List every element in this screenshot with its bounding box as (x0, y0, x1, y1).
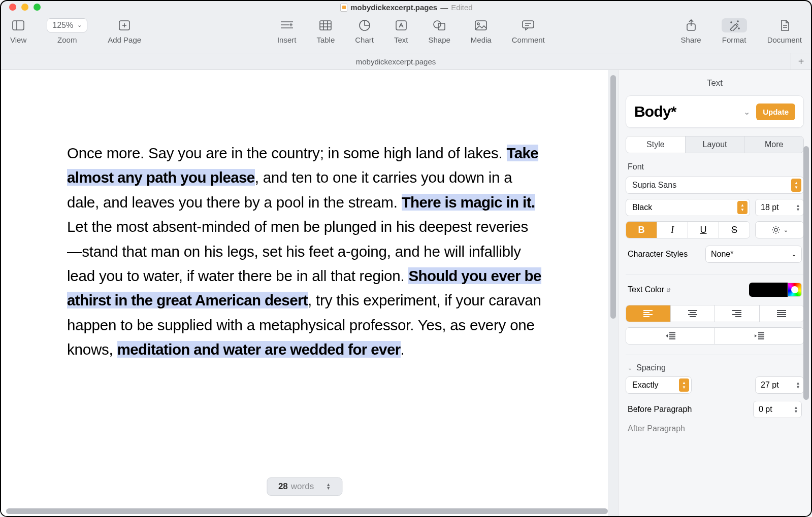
vertical-scrollbar[interactable] (610, 75, 616, 319)
window-controls (9, 4, 41, 11)
document-tab[interactable]: mobydickexcerpt.pages (1, 53, 791, 70)
horizontal-scrollbar[interactable] (6, 508, 608, 514)
page[interactable]: Once more. Say you are in the country; i… (1, 70, 608, 516)
stepper-icon[interactable]: ▲▼ (737, 201, 748, 214)
inspector-title: Text (619, 70, 811, 95)
color-swatch[interactable] (749, 283, 788, 297)
text-color-control[interactable] (749, 283, 802, 297)
format-button[interactable]: Format (722, 18, 747, 44)
increase-indent-button[interactable] (715, 328, 803, 344)
toolbar-center: Insert Table Chart Text Shape Media (277, 18, 545, 44)
align-right-button[interactable] (715, 305, 760, 322)
word-count-label: words (291, 481, 314, 492)
svg-rect-21 (523, 21, 534, 28)
svg-point-30 (774, 228, 777, 231)
tab-more[interactable]: More (744, 136, 803, 153)
shape-button[interactable]: Shape (428, 18, 450, 44)
strikethrough-toggle[interactable]: S (719, 222, 750, 238)
align-left-button[interactable] (626, 305, 671, 322)
minimize-window-button[interactable] (21, 4, 28, 11)
comment-button[interactable]: Comment (512, 18, 545, 44)
align-justify-button[interactable] (760, 305, 804, 322)
fullscreen-window-button[interactable] (34, 4, 41, 11)
paragraph-style-card[interactable]: Body* ⌄ Update (626, 95, 804, 128)
word-count-value: 28 (278, 481, 288, 492)
svg-point-20 (477, 23, 479, 25)
toolbar-right: Share Format Document (681, 18, 802, 44)
inspector-scrollbar[interactable] (803, 146, 809, 400)
format-icon (722, 18, 747, 32)
svg-rect-16 (396, 21, 406, 30)
text-button[interactable]: Text (394, 18, 408, 44)
table-icon (319, 18, 332, 32)
character-style-select[interactable]: None* ⌄ (705, 246, 802, 263)
bold-highlight-run: There is magic in it. (402, 194, 535, 211)
stepper-icon[interactable]: ▲▼ (792, 405, 800, 413)
add-page-button[interactable]: Add Page (108, 18, 141, 44)
stepper-icon[interactable]: ▲▼ (794, 203, 802, 212)
chart-button[interactable]: Chart (355, 18, 374, 44)
document-button[interactable]: Document (767, 18, 802, 44)
zoom-control[interactable]: 125%⌄ Zoom (47, 18, 87, 44)
word-count-pill[interactable]: 28 words ▲▼ (267, 477, 342, 496)
before-paragraph-label: Before Paragraph (628, 405, 692, 414)
title-separator: — (440, 3, 448, 12)
chevron-down-icon: ⌄ (784, 227, 788, 233)
chevron-down-icon: ⌄ (792, 251, 796, 258)
tab-style[interactable]: Style (626, 136, 686, 153)
toolbar-left: View 125%⌄ Zoom Add Page (10, 18, 141, 44)
insert-button[interactable]: Insert (277, 18, 297, 44)
svg-marker-51 (666, 334, 668, 337)
text-style-group: B I U S (626, 221, 750, 238)
table-button[interactable]: Table (316, 18, 335, 44)
chart-icon (359, 18, 370, 32)
tab-layout[interactable]: Layout (686, 136, 745, 153)
svg-point-26 (737, 21, 738, 22)
font-weight-select[interactable]: Black ▲▼ (626, 199, 750, 216)
italic-toggle[interactable]: I (657, 222, 688, 238)
bold-highlight-run: meditation and water are wedded for ever (117, 341, 401, 358)
stepper-icon[interactable]: ▲▼ (679, 378, 689, 392)
text-run: . (401, 341, 405, 358)
spacing-disclosure[interactable]: ⌄ Spacing (628, 363, 802, 372)
bold-toggle[interactable]: B (626, 222, 657, 238)
view-button[interactable]: View (10, 18, 26, 44)
line-spacing-value[interactable]: 27 pt ▲▼ (755, 376, 804, 394)
update-style-button[interactable]: Update (756, 104, 795, 120)
font-family-select[interactable]: Supria Sans ▲▼ (626, 177, 804, 194)
textbox-icon (396, 18, 407, 32)
workspace: Once more. Say you are in the country; i… (1, 70, 811, 516)
chevron-down-icon: ⌄ (628, 365, 632, 371)
indent-group (626, 327, 804, 344)
inspector-tabs: Style Layout More (626, 136, 804, 153)
chevron-down-icon[interactable]: ⌄ (743, 107, 750, 117)
font-size-field[interactable]: 18 pt ▲▼ (755, 199, 804, 216)
stepper-icon[interactable]: ▲▼ (794, 381, 802, 389)
canvas: Once more. Say you are in the country; i… (1, 70, 618, 516)
align-center-button[interactable] (671, 305, 716, 322)
updown-icon: ▲▼ (326, 483, 331, 490)
underline-toggle[interactable]: U (688, 222, 719, 238)
font-section-label: Font (628, 162, 802, 171)
alignment-group (626, 305, 804, 322)
svg-rect-17 (438, 23, 445, 30)
close-window-button[interactable] (9, 4, 16, 11)
svg-point-18 (434, 21, 441, 28)
share-button[interactable]: Share (681, 18, 701, 44)
svg-point-27 (738, 28, 739, 29)
color-wheel-icon[interactable] (788, 283, 802, 297)
zoom-select[interactable]: 125%⌄ (47, 18, 87, 32)
format-inspector: Text Body* ⌄ Update Style Layout More Fo… (618, 70, 811, 516)
stepper-icon[interactable]: ▲▼ (791, 179, 801, 192)
before-paragraph-value[interactable]: 0 pt ▲▼ (753, 401, 802, 418)
advanced-font-button[interactable]: ⌄ (755, 221, 804, 238)
new-tab-button[interactable]: + (791, 53, 811, 70)
window-title: mobydickexcerpt.pages — Edited (46, 3, 767, 12)
document-body[interactable]: Once more. Say you are in the country; i… (1, 70, 608, 382)
decrease-indent-button[interactable] (626, 328, 715, 344)
media-button[interactable]: Media (471, 18, 492, 44)
tab-bar: mobydickexcerpt.pages + (1, 53, 811, 70)
text-run: Once more. Say you are in the country; i… (67, 145, 507, 161)
media-icon (475, 18, 487, 32)
line-spacing-mode-select[interactable]: Exactly ▲▼ (626, 376, 692, 394)
